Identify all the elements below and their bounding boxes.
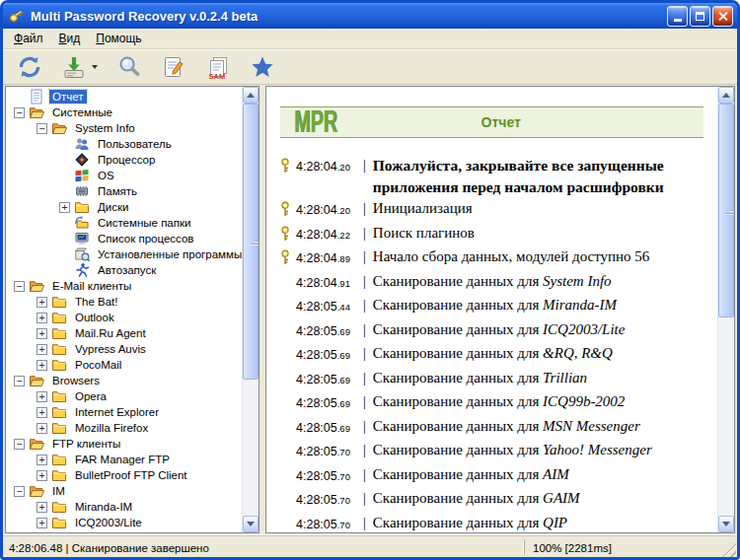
expand-icon[interactable]: + (37, 455, 47, 465)
tree-item[interactable]: +Mozilla Firefox (6, 420, 242, 436)
folder-icon (51, 388, 67, 404)
folder-icon (51, 420, 67, 436)
tree-item[interactable]: +The Bat! (6, 294, 242, 310)
tree-item[interactable]: +BulletProof FTP Client (6, 467, 242, 483)
folder-icon (51, 499, 67, 515)
menu-item-0[interactable]: Файл (6, 30, 51, 47)
tree-item[interactable]: −FTP клиенты (6, 436, 242, 452)
expand-icon[interactable]: + (59, 202, 70, 213)
key-icon-placeholder (280, 343, 296, 346)
log-separator: | (361, 198, 373, 220)
close-button[interactable] (712, 6, 733, 27)
tree-item[interactable]: +Internet Explorer (6, 404, 242, 420)
collapse-icon[interactable]: − (14, 376, 25, 386)
titlebar[interactable]: Multi Password Recovery v.0.2.4 beta (3, 3, 737, 29)
tree-item[interactable]: −System Info (6, 120, 242, 136)
tree-scroll-track[interactable] (243, 104, 259, 516)
expand-icon[interactable]: + (37, 360, 47, 371)
folder-open-icon (29, 483, 44, 499)
report-panel: MPR Отчет 4:28:04.20|Пожалуйста, закрыва… (265, 86, 735, 533)
tree-item[interactable]: Процессор (6, 152, 242, 168)
close-icon (717, 11, 728, 22)
log-target-name: MSN Messenger (543, 418, 640, 434)
report-scroll-thumb[interactable] (718, 104, 734, 317)
tree-scroll-thumb[interactable] (243, 104, 259, 380)
collapse-icon[interactable]: − (14, 107, 25, 118)
expand-icon[interactable]: + (37, 470, 47, 481)
tree-item[interactable]: OS (6, 168, 242, 183)
tree-item[interactable]: +FAR Manager FTP (6, 452, 242, 467)
tree-item[interactable]: Системные папки (6, 215, 242, 231)
tree-item[interactable]: −Системные (6, 105, 242, 120)
expand-icon[interactable]: + (37, 407, 47, 418)
tree-item[interactable]: Список процессов (6, 231, 242, 246)
tree-item[interactable]: −E-Mail клиенты (6, 278, 242, 294)
memory-icon (74, 183, 90, 199)
resize-grip[interactable] (722, 543, 736, 557)
tree-item[interactable]: −Browsers (6, 373, 242, 388)
maximize-button[interactable] (690, 6, 710, 27)
tree-item-label: Установленные программы (95, 247, 242, 261)
report-scrollbar[interactable] (717, 87, 734, 532)
report-scroll-down-button[interactable] (718, 516, 734, 532)
search-button[interactable] (112, 52, 146, 82)
tree-item[interactable]: Пользователь (6, 136, 242, 152)
tree-item-label: IM (49, 484, 68, 498)
tree-item[interactable]: +Opera (6, 388, 242, 404)
expand-icon[interactable]: + (37, 297, 47, 308)
log-message: Сканирование данных для ICQ99b-2002 (373, 391, 717, 413)
tree-item[interactable]: Отчет (6, 89, 242, 105)
folder-icon (51, 404, 67, 420)
tree-item[interactable]: Установленные программы (6, 246, 242, 262)
favorites-button[interactable] (246, 52, 279, 82)
menu-item-1[interactable]: Вид (51, 30, 89, 47)
report-scroll-up-button[interactable] (718, 87, 734, 104)
collapse-icon[interactable]: − (37, 123, 47, 134)
report-view: MPR Отчет 4:28:04.20|Пожалуйста, закрыва… (266, 87, 717, 532)
folder-icon (51, 325, 67, 341)
log-entry: 4:28:05.44|Сканирование данных для Miran… (280, 295, 717, 318)
tree-item[interactable]: +Mail.Ru Agent (6, 325, 242, 341)
log-separator: | (361, 155, 373, 176)
log-target-name: ICQ99b-2002 (543, 393, 625, 409)
sam-passwords-button[interactable]: SAM (201, 52, 235, 82)
tree-scrollbar[interactable] (242, 87, 259, 532)
edit-icon (161, 54, 186, 80)
log-message: Инициализация (373, 198, 717, 220)
tree-item[interactable]: Память (6, 183, 242, 199)
collapse-icon[interactable]: − (14, 439, 25, 450)
tree-item[interactable]: +PocoMail (6, 357, 242, 373)
tree-item-label: Miranda-IM (72, 500, 135, 514)
expand-icon[interactable]: + (37, 313, 47, 323)
tree-item-label: Список процессов (95, 232, 196, 245)
tree-item-label: OS (95, 169, 117, 182)
log-message: Сканирование данных для QIP (373, 513, 717, 533)
collapse-icon[interactable]: − (14, 486, 25, 497)
report-scroll-track[interactable] (718, 104, 734, 516)
tree-item[interactable]: Автозапуск (6, 262, 242, 278)
tree-item[interactable]: +Outlook (6, 310, 242, 325)
expand-icon[interactable]: + (37, 423, 47, 434)
mpr-logo: MPR (294, 105, 337, 140)
collapse-icon[interactable]: − (14, 281, 25, 292)
expand-icon[interactable]: + (37, 391, 47, 402)
expand-icon[interactable]: + (37, 328, 47, 339)
tree-item[interactable]: +Vypress Auvis (6, 341, 242, 357)
tree-scroll-down-button[interactable] (243, 516, 259, 532)
tree-item[interactable]: −IM (6, 483, 242, 499)
expand-icon[interactable]: + (37, 502, 47, 513)
tree-item[interactable]: +Диски (6, 199, 242, 215)
tree-scroll-up-button[interactable] (243, 87, 259, 104)
tree-item[interactable]: +Miranda-IM (6, 499, 242, 515)
expand-icon[interactable]: + (37, 344, 47, 355)
edit-report-button[interactable] (157, 52, 190, 82)
refresh-button[interactable] (13, 52, 46, 82)
save-report-button[interactable] (57, 52, 102, 82)
tree-item[interactable]: +ICQ2003/Lite (6, 515, 242, 530)
log-separator: | (361, 223, 373, 245)
dropdown-caret-icon[interactable] (92, 65, 98, 72)
expand-icon[interactable]: + (37, 518, 47, 528)
key-icon-placeholder (280, 488, 296, 491)
minimize-button[interactable] (667, 6, 688, 27)
menu-item-2[interactable]: Помощь (88, 30, 149, 47)
